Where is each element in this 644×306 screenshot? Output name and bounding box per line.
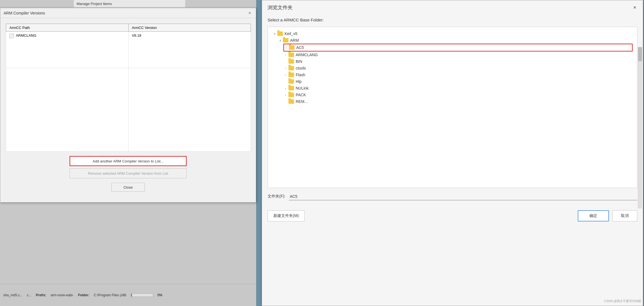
tree-label-rem: REM... <box>296 99 308 104</box>
progress-bar <box>131 293 153 297</box>
remove-compiler-button[interactable]: Remove selected ARM Compiler Version fro… <box>70 168 187 178</box>
tree-label-ctools: ctools <box>296 66 306 70</box>
tree-item-ctools[interactable]: › ctools <box>283 65 633 71</box>
folder-label: Folder: <box>78 293 89 297</box>
toggle-keil-v5[interactable]: ∨ <box>272 31 277 36</box>
folder-input-area: 文件夹(F): <box>262 188 643 205</box>
progress-text: 0% <box>158 293 162 297</box>
tree-label-hlp: Hlp <box>296 79 302 84</box>
tree-label-flash: Flash <box>296 73 305 77</box>
browse-titlebar: 浏览文件夹 × <box>262 0 643 15</box>
arm-dialog-title: ARM Compiler Versions <box>4 11 45 15</box>
manage-titlebar: Manage Project Items <box>74 0 185 8</box>
confirm-cancel-buttons: 确定 取消 <box>578 210 637 221</box>
folder-icon-ac5 <box>289 45 295 50</box>
browse-buttons: 新建文件夹(M) 确定 取消 <box>262 205 643 227</box>
scrollbar-track[interactable] <box>638 47 642 208</box>
tree-label-ac5: AC5 <box>296 45 304 50</box>
new-folder-button[interactable]: 新建文件夹(M) <box>268 210 305 221</box>
folder-icon-flash <box>288 73 294 77</box>
toggle-pack[interactable]: › <box>283 93 288 97</box>
watermark: CSDN @我才不要写代码呢 <box>604 299 641 303</box>
folder-icon-pack <box>288 93 294 97</box>
toggle-armclang[interactable]: › <box>283 53 288 57</box>
browse-title: 浏览文件夹 <box>268 4 293 11</box>
tree-item-flash[interactable]: › Flash <box>283 71 633 78</box>
arm-dialog-content: ArmCC Path ArmCC Version ARMCLANG V6.18 <box>0 18 256 197</box>
folder-value: C:\Program Files (x86 <box>94 293 126 297</box>
folder-icon-bin <box>288 59 294 64</box>
toggle-ac5[interactable]: › <box>284 45 288 50</box>
arm-dialog-close-button[interactable]: × <box>247 10 253 16</box>
status-text-1: sha_md5.c... <box>3 293 23 297</box>
tree-item-bin[interactable]: › BIN <box>283 58 633 65</box>
table-row[interactable]: ARMCLANG V6.18 <box>6 32 251 68</box>
manage-title: Manage Project Items <box>77 2 112 6</box>
folder-icon-keil-v5 <box>277 31 283 36</box>
file-icon <box>9 34 14 38</box>
tree-label-nulink: NULink <box>296 86 308 90</box>
arm-dialog-titlebar: ARM Compiler Versions × <box>0 8 256 18</box>
folder-icon-arm <box>283 38 288 43</box>
browse-subtitle: Select a ARMCC Base Folder: <box>262 15 643 27</box>
tree-label-pack: PACK <box>296 93 306 97</box>
close-button[interactable]: Close <box>111 183 145 192</box>
compiler-table: ArmCC Path ArmCC Version ARMCLANG V6.18 <box>6 24 251 152</box>
add-compiler-button[interactable]: Add another ARM Compiler Version to List… <box>70 156 187 166</box>
tree-label-bin: BIN <box>296 59 302 64</box>
toggle-nulink[interactable]: › <box>283 86 288 90</box>
buttons-area: Add another ARM Compiler Version to List… <box>6 156 250 192</box>
armcc-path-cell: ARMCLANG <box>6 32 129 68</box>
toggle-ctools[interactable]: › <box>283 66 288 70</box>
tree-label-arm: ARM <box>290 38 299 43</box>
folder-icon-rem <box>288 99 294 104</box>
tree-item-pack[interactable]: › PACK <box>283 92 633 98</box>
cancel-button[interactable]: 取消 <box>612 210 637 221</box>
scrollbar-thumb[interactable] <box>638 47 642 61</box>
prefix-value: arm-none-eabi- <box>51 293 74 297</box>
toggle-arm[interactable]: ∨ <box>278 38 282 43</box>
table-empty-row <box>6 68 251 152</box>
prefix-label: Prefix: <box>36 293 46 297</box>
folder-tree[interactable]: ∨ Keil_v5 ∨ ARM › AC5 › ARMCLANG › BIN <box>268 27 637 188</box>
bottom-status-bar: sha_md5.c... c... Prefix: arm-none-eabi-… <box>0 284 256 306</box>
col-armcc-path: ArmCC Path <box>6 24 129 32</box>
folder-input[interactable] <box>289 193 637 200</box>
armcc-path-value: ARMCLANG <box>16 33 36 38</box>
tree-item-keil-v5[interactable]: ∨ Keil_v5 <box>272 30 633 37</box>
tree-label-armclang: ARMCLANG <box>296 53 318 57</box>
tree-item-arm[interactable]: ∨ ARM <box>278 37 633 44</box>
folder-icon-ctools <box>288 66 294 70</box>
folder-input-label: 文件夹(F): <box>268 194 285 199</box>
tree-item-ac5[interactable]: › AC5 <box>283 44 633 51</box>
tree-item-nulink[interactable]: › NULink <box>283 85 633 92</box>
confirm-button[interactable]: 确定 <box>578 210 609 221</box>
folder-icon-nulink <box>288 86 294 90</box>
folder-icon-armclang <box>288 53 294 57</box>
tree-item-hlp[interactable]: › Hlp <box>283 78 633 85</box>
armcc-version-cell: V6.18 <box>128 32 251 68</box>
toggle-flash[interactable]: › <box>283 73 288 77</box>
browse-folder-dialog: 浏览文件夹 × Select a ARMCC Base Folder: ∨ Ke… <box>262 0 643 306</box>
tree-item-armclang[interactable]: › ARMCLANG <box>283 51 633 58</box>
browse-close-button[interactable]: × <box>632 5 637 11</box>
arm-compiler-dialog: ARM Compiler Versions × ArmCC Path ArmCC… <box>0 8 256 203</box>
progress-fill <box>131 294 132 297</box>
tree-label-keil-v5: Keil_v5 <box>285 31 297 36</box>
status-text-2: c... <box>27 293 31 297</box>
col-armcc-version: ArmCC Version <box>128 24 251 32</box>
folder-icon-hlp <box>288 79 294 84</box>
tree-item-rem[interactable]: › REM... <box>283 98 633 105</box>
